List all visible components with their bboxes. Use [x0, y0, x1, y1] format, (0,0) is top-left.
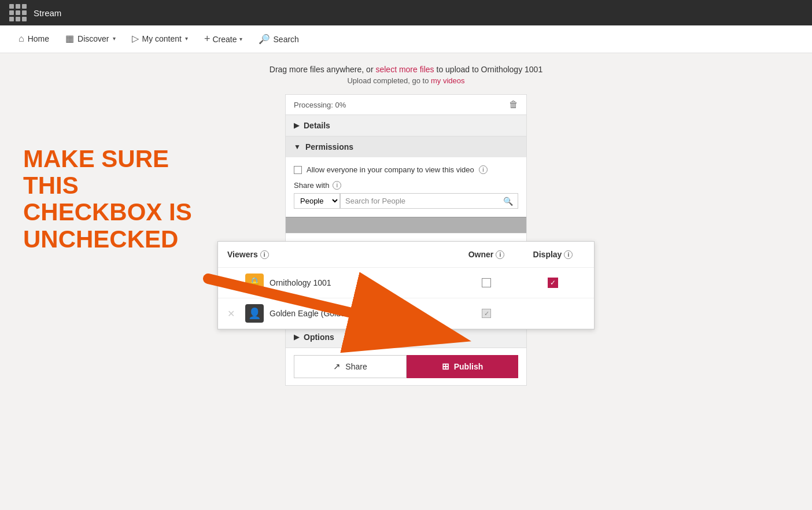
golden-eagle-owner-checkbox: ✓: [482, 309, 491, 318]
col-display: Display i: [521, 250, 585, 259]
ornithology-avatar: 🔒: [245, 274, 264, 292]
golden-eagle-avatar: 👤: [245, 304, 264, 323]
annotation-text: MAKE SURE THIS CHECKBOX IS UNCHECKED: [23, 146, 208, 253]
select-files-link[interactable]: select more files: [375, 65, 434, 74]
remove-ornithology-icon[interactable]: ✕: [227, 278, 235, 289]
remove-golden-eagle-icon: ✕: [227, 308, 235, 319]
details-label: Details: [304, 121, 330, 130]
col-display-label: Display: [533, 250, 562, 259]
overlay-strip: [286, 217, 526, 233]
nav-discover[interactable]: ▦ Discover ▾: [58, 25, 122, 53]
perm-table-header: Viewers i Owner i Display i: [218, 242, 594, 268]
ornithology-owner-checkbox[interactable]: [482, 278, 491, 287]
my-content-caret-icon: ▾: [185, 35, 188, 42]
details-chevron-icon: ▶: [294, 121, 299, 130]
share-label: Share: [345, 362, 367, 371]
ornithology-display-checkbox[interactable]: ✓: [548, 278, 558, 288]
perm-golden-eagle-owner: ✓: [452, 309, 521, 318]
discover-caret-icon: ▾: [113, 35, 116, 42]
nav-search[interactable]: 🔍 Search: [252, 25, 306, 53]
drag-text: Drag more files anywhere, or: [270, 65, 376, 74]
delete-icon[interactable]: 🗑: [509, 99, 518, 110]
ornithology-avatar-icon: 🔒: [248, 276, 261, 289]
annotation-line1: MAKE SURE THIS: [23, 146, 208, 199]
processing-label: Processing: 0%: [294, 101, 346, 109]
share-button[interactable]: ↗ Share: [294, 355, 407, 378]
permissions-body: Allow everyone in your company to view t…: [286, 157, 526, 217]
discover-icon: ▦: [65, 33, 74, 44]
perm-row-golden-eagle-name: ✕ 👤 Golden Eagle (Golden.E...: [227, 304, 452, 323]
drag-suffix: to upload to Ornithology 1001: [434, 65, 543, 74]
col-display-info-icon[interactable]: i: [564, 250, 573, 259]
my-content-icon: ▷: [132, 33, 139, 44]
options-label: Options: [304, 332, 334, 342]
col-owner-label: Owner: [468, 250, 494, 259]
permissions-section-header[interactable]: ▼ Permissions: [286, 136, 526, 157]
share-type-select[interactable]: People Group: [294, 193, 340, 209]
perm-row-ornithology-name: ✕ 🔒 Ornithology 1001: [227, 274, 452, 292]
allow-everyone-checkbox[interactable]: [294, 166, 302, 174]
search-people-field[interactable]: Search for People 🔍: [340, 193, 518, 209]
allow-everyone-row: Allow everyone in your company to view t…: [294, 165, 518, 174]
share-with-row: Share with i: [294, 181, 518, 190]
publish-label: Publish: [454, 362, 483, 371]
app-grid-icon[interactable]: [9, 4, 27, 21]
golden-eagle-avatar-icon: 👤: [248, 307, 261, 320]
perm-ornithology-display: ✓: [521, 278, 585, 288]
annotation-line3: UNCHECKED: [23, 226, 208, 253]
nav-home[interactable]: ⌂ Home: [12, 25, 56, 53]
perm-row-ornithology: ✕ 🔒 Ornithology 1001 ✓: [218, 268, 594, 298]
publish-icon: ⊞: [442, 361, 449, 372]
nav-home-label: Home: [28, 34, 49, 43]
navbar: ⌂ Home ▦ Discover ▾ ▷ My content ▾ + Cre…: [0, 25, 812, 53]
perm-row-golden-eagle: ✕ 👤 Golden Eagle (Golden.E... ✓: [218, 298, 594, 329]
create-caret-icon: ▾: [239, 36, 242, 42]
permissions-table: Viewers i Owner i Display i ✕ 🔒 Ornithol…: [217, 241, 595, 330]
card-footer: ↗ Share ⊞ Publish: [286, 348, 526, 385]
permissions-chevron-icon: ▼: [294, 143, 301, 151]
processing-header: Processing: 0% 🗑: [286, 95, 526, 114]
share-with-label: Share with: [294, 181, 329, 190]
nav-discover-label: Discover: [77, 34, 109, 43]
share-with-info-icon[interactable]: i: [333, 181, 341, 190]
upload-status: Upload completed, go to my videos: [347, 76, 464, 85]
search-icon: 🔍: [259, 34, 270, 45]
nav-my-content[interactable]: ▷ My content ▾: [125, 25, 195, 53]
options-chevron-icon: ▶: [294, 333, 299, 341]
status-text: Upload completed, go to: [347, 76, 431, 85]
col-viewers-label: Viewers: [227, 250, 258, 259]
my-videos-link[interactable]: my videos: [431, 76, 465, 85]
home-icon: ⌂: [19, 34, 24, 44]
nav-create[interactable]: + Create ▾: [197, 25, 249, 53]
annotation-line2: CHECKBOX IS: [23, 199, 208, 226]
topbar: Stream: [0, 0, 812, 25]
col-viewers: Viewers i: [227, 250, 452, 259]
details-section-header[interactable]: ▶ Details: [286, 114, 526, 136]
video-card: Processing: 0% 🗑 ▶ Details ▼ Permissions…: [285, 94, 527, 386]
upload-bar: Drag more files anywhere, or select more…: [270, 65, 542, 74]
share-icon: ↗: [333, 361, 341, 372]
app-title: Stream: [34, 8, 61, 18]
search-people-placeholder: Search for People: [345, 197, 405, 205]
allow-everyone-label: Allow everyone in your company to view t…: [307, 165, 474, 174]
allow-everyone-info-icon[interactable]: i: [479, 165, 488, 174]
create-plus-icon: +: [204, 33, 211, 45]
col-owner: Owner i: [452, 250, 521, 259]
golden-eagle-name-label: Golden Eagle (Golden.E...: [270, 309, 364, 318]
ornithology-name-label: Ornithology 1001: [270, 278, 331, 287]
search-people-icon: 🔍: [503, 197, 513, 206]
col-viewers-info-icon[interactable]: i: [260, 250, 269, 259]
col-owner-info-icon[interactable]: i: [496, 250, 504, 259]
nav-my-content-label: My content: [142, 34, 182, 43]
publish-button[interactable]: ⊞ Publish: [407, 355, 518, 378]
perm-ornithology-owner: [452, 278, 521, 287]
nav-search-label: Search: [274, 35, 299, 44]
permissions-label: Permissions: [305, 142, 353, 151]
nav-create-label: Create: [213, 35, 237, 44]
